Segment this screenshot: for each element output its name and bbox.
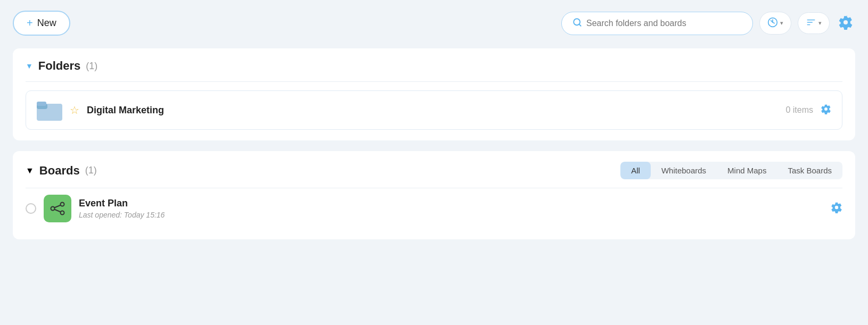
folder-items-count: 0 items: [785, 105, 813, 115]
recents-icon: [767, 17, 778, 29]
search-bar[interactable]: [561, 12, 753, 35]
tab-whiteboards[interactable]: Whiteboards: [651, 162, 717, 179]
boards-collapse-icon[interactable]: ▼: [26, 166, 34, 176]
board-last-opened: Last opened: Today 15:16: [79, 211, 165, 219]
boards-header-left: ▼ Boards (1): [26, 164, 97, 178]
toolbar-left: + New: [13, 11, 70, 36]
tab-task-boards[interactable]: Task Boards: [777, 162, 842, 179]
new-button[interactable]: + New: [13, 11, 70, 36]
board-right: [831, 202, 842, 216]
board-radio[interactable]: [26, 203, 36, 214]
boards-count: (1): [85, 165, 97, 176]
svg-point-11: [61, 211, 64, 215]
tab-all[interactable]: All: [620, 162, 651, 179]
svg-point-9: [51, 207, 55, 211]
folders-collapse-icon[interactable]: ▼: [26, 62, 33, 70]
search-icon: [572, 18, 582, 29]
plus-icon: +: [27, 17, 33, 29]
folder-settings-icon[interactable]: [821, 104, 831, 117]
toolbar-right: ▾ ▾: [561, 12, 855, 35]
svg-point-10: [61, 203, 64, 206]
boards-filter-tabs: All Whiteboards Mind Maps Task Boards: [620, 162, 842, 179]
folder-left: ☆ Digital Marketing: [37, 99, 164, 121]
sort-button[interactable]: ▾: [798, 12, 830, 34]
board-info: Event Plan Last opened: Today 15:16: [79, 198, 165, 219]
folders-count: (1): [86, 61, 97, 72]
boards-header: ▼ Boards (1) All Whiteboards Mind Maps T…: [26, 162, 842, 179]
boards-section: ▼ Boards (1) All Whiteboards Mind Maps T…: [13, 151, 855, 239]
folders-section: ▼ Folders (1) ☆ Digital Marketing 0 item…: [13, 48, 855, 140]
recents-chevron-icon: ▾: [780, 20, 783, 27]
tab-mind-maps[interactable]: Mind Maps: [717, 162, 777, 179]
board-thumbnail: [44, 195, 71, 222]
new-button-label: New: [37, 18, 56, 29]
boards-title: Boards: [39, 164, 80, 178]
svg-line-12: [54, 205, 61, 208]
settings-button[interactable]: [836, 13, 855, 34]
folder-icon: [37, 99, 62, 121]
star-icon[interactable]: ☆: [70, 104, 79, 116]
svg-line-13: [54, 210, 61, 212]
folders-title: Folders: [38, 59, 80, 73]
folder-item: ☆ Digital Marketing 0 items: [26, 90, 842, 130]
svg-line-1: [579, 24, 580, 26]
board-left: Event Plan Last opened: Today 15:16: [26, 195, 165, 222]
search-input[interactable]: [586, 19, 742, 28]
folder-right: 0 items: [785, 104, 831, 117]
board-settings-icon[interactable]: [831, 204, 842, 215]
recents-button[interactable]: ▾: [759, 12, 791, 35]
folders-header: ▼ Folders (1): [26, 59, 842, 73]
main-container: + New: [0, 0, 868, 325]
sort-chevron-icon: ▾: [818, 20, 822, 27]
folder-name: Digital Marketing: [87, 105, 164, 116]
board-name: Event Plan: [79, 198, 165, 209]
toolbar: + New: [13, 11, 855, 36]
folders-divider: [26, 81, 842, 82]
sort-icon: [806, 18, 816, 29]
svg-rect-8: [37, 102, 46, 106]
board-item: Event Plan Last opened: Today 15:16: [26, 188, 842, 229]
